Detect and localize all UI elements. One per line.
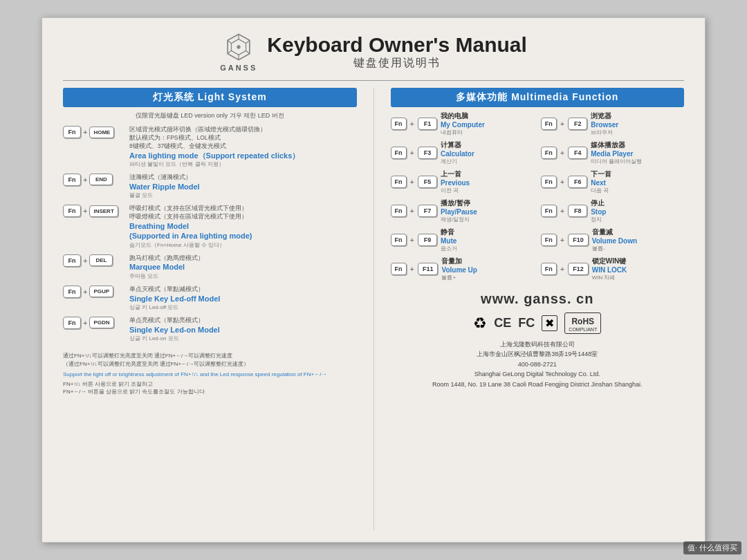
desc-ko: 싱글 키 Led-off 모드 xyxy=(129,304,357,311)
list-item: Fn + DEL 跑马灯模式（跑馬燈模式） Marquee Model 주마등 … xyxy=(63,254,357,280)
mm-en: Media Player xyxy=(591,150,684,158)
bottom-note-1: 通过FN+↑/↓可以调整灯光亮度至关闭 通过FN+←/→可以调整灯光速度 xyxy=(63,352,357,360)
key-f5: F5 xyxy=(418,176,437,188)
mm-en: Stop xyxy=(591,208,684,216)
key-f10: F10 xyxy=(568,234,589,246)
key-fn: Fn xyxy=(63,205,81,217)
desc-zh: 呼吸灯模式（支持在区域背光模式下使用）呼吸燈模式（支持在區域背光模式下使用） xyxy=(129,205,357,221)
plus-icon: + xyxy=(83,207,87,215)
key-insert: INSERT xyxy=(89,205,118,217)
vertical-divider xyxy=(374,88,374,531)
rohs-badge: RoHS COMPLIANT xyxy=(564,312,601,334)
mm-zh: 停止 xyxy=(591,198,684,208)
key-f9: F9 xyxy=(418,234,437,246)
key-fn: Fn xyxy=(63,174,81,186)
plus-icon: + xyxy=(560,265,564,273)
left-section: 灯光系统 Light System 仅限背光版键盘 LED version on… xyxy=(63,88,357,531)
mm-ko: 미디어 플레이어실행 xyxy=(591,158,684,165)
company-en2: Room 1448, No. 19 Lane 38 Caoli Road Fen… xyxy=(391,380,685,389)
bottom-notes: 通过FN+↑/↓可以调整灯光亮度至关闭 通过FN+←/→可以调整灯光速度 （通过… xyxy=(63,352,357,368)
key-del: DEL xyxy=(89,254,113,266)
mm-ko: 내컴퓨터 xyxy=(441,129,534,136)
key-f1: F1 xyxy=(418,118,437,130)
company-info: 上海戈隆数码科技有限公司 上海市金山区枫泾镇曹黎路38弄19号1448室 400… xyxy=(391,339,685,389)
mm-desc: 音量减 Volume Down 볼륨- xyxy=(592,227,684,252)
list-item: Fn + F1 我的电脑 My Computer 내컴퓨터 xyxy=(391,111,534,136)
item-desc: 呼吸灯模式（支持在区域背光模式下使用）呼吸燈模式（支持在區域背光模式下使用） B… xyxy=(129,205,357,248)
cert-row: ♻ CE FC ✖ RoHS COMPLIANT xyxy=(391,312,685,334)
logo-area: GANSS xyxy=(220,32,257,72)
list-item: Fn + F4 媒体播放器 Media Player 미디어 플레이어실행 xyxy=(541,140,684,165)
key-combo-fn-del: Fn + DEL xyxy=(63,254,125,267)
mm-desc: 停止 Stop 정지 xyxy=(591,198,684,223)
mm-desc: 我的电脑 My Computer 내컴퓨터 xyxy=(441,111,534,136)
desc-en: Area lighting mode（Support repeated clic… xyxy=(129,151,357,160)
key-pgup: PGUP xyxy=(89,286,113,297)
mm-ko: 재생/일정지 xyxy=(441,216,534,223)
plus-icon: + xyxy=(560,207,564,215)
bottom-note-2: （通过FN+↑/↓可以调整灯光亮度至关闭 通过FN+←/→可以调整整灯光速度） xyxy=(63,360,357,368)
list-item: Fn + PGUP 单点灭模式（單點滅模式） Single Key Led-of… xyxy=(63,286,357,311)
manual-page: GANSS Keyboard Owner's Manual 键盘使用说明书 灯光… xyxy=(42,17,706,543)
list-item: Fn + F8 停止 Stop 정지 xyxy=(541,198,684,223)
mm-zh: 浏览器 xyxy=(591,111,684,121)
list-item: Fn + F3 计算器 Calculator 계산기 xyxy=(391,140,534,165)
bottom-note-blue: Support the light off or brightness adju… xyxy=(63,371,357,378)
key-fn: Fn xyxy=(391,176,407,188)
mm-zh: 我的电脑 xyxy=(441,111,534,121)
key-f3: F3 xyxy=(418,147,437,159)
key-combo-fn-insert: Fn + INSERT xyxy=(63,205,125,217)
key-fn: Fn xyxy=(63,254,81,267)
mm-ko: 볼륨+ xyxy=(441,274,533,281)
key-f6: F6 xyxy=(568,176,587,188)
plus-icon: + xyxy=(560,178,564,186)
mm-ko: WIN 차폐 xyxy=(592,274,684,281)
light-system-header: 灯光系统 Light System xyxy=(63,88,357,107)
desc-en: Single Key Led-off Model xyxy=(129,294,357,304)
key-fn: Fn xyxy=(63,286,81,298)
title-zh: 键盘使用说明书 xyxy=(267,56,527,71)
desc-zh: 涟漪模式（漣漪模式） xyxy=(129,174,357,182)
list-item: Fn + F6 下一首 Next 다음 곡 xyxy=(541,169,684,194)
list-item: Fn + END 涟漪模式（漣漪模式） Water Ripple Model 물… xyxy=(63,174,357,199)
key-fn: Fn xyxy=(63,317,81,329)
plus-icon: + xyxy=(83,176,87,184)
key-fn: Fn xyxy=(391,118,407,130)
header-divider xyxy=(63,80,684,81)
key-home: HOME xyxy=(89,127,114,138)
desc-zh: 区域背光模式循环切换（區域燈光模式循環切換）默认模式为：FPS模式、LOL模式8… xyxy=(129,126,357,151)
mm-desc: 音量加 Volume Up 볼륨+ xyxy=(441,256,533,281)
desc-ko: 주마등 모드 xyxy=(129,272,357,280)
mm-desc: 下一首 Next 다음 곡 xyxy=(591,169,684,194)
key-f7: F7 xyxy=(418,205,437,217)
key-fn: Fn xyxy=(541,176,557,188)
key-combo-fn-pgup: Fn + PGUP xyxy=(63,286,125,298)
desc-en: Breathing Model(Supported in Area lighti… xyxy=(129,221,357,241)
item-desc: 跑马灯模式（跑馬燈模式） Marquee Model 주마등 모드 xyxy=(129,254,357,280)
mm-ko: 다음 곡 xyxy=(591,187,684,194)
key-f8: F8 xyxy=(568,205,587,217)
key-end: END xyxy=(89,174,113,185)
key-fn: Fn xyxy=(541,263,557,275)
mm-zh: 下一首 xyxy=(591,169,684,179)
right-section: 多媒体功能 Multimedia Function Fn + F1 我的电脑 M… xyxy=(391,88,685,531)
desc-zh: 单点灭模式（單點滅模式） xyxy=(129,286,357,294)
plus-icon: + xyxy=(83,128,87,136)
plus-icon: + xyxy=(83,288,87,296)
mm-en: Mute xyxy=(441,237,534,245)
plus-icon: + xyxy=(560,149,564,157)
mm-en: Browser xyxy=(591,121,684,129)
list-item: Fn + INSERT 呼吸灯模式（支持在区域背光模式下使用）呼吸燈模式（支持在… xyxy=(63,205,357,248)
plus-icon: + xyxy=(83,256,87,265)
mm-desc: 锁定WIN键 WIN LOCK WIN 차폐 xyxy=(592,256,684,281)
content-row: 灯光系统 Light System 仅限背光版键盘 LED version on… xyxy=(63,88,684,531)
desc-ko: 물결 모드 xyxy=(129,192,357,199)
list-item: Fn + F9 静音 Mute 음소거 xyxy=(391,227,534,252)
list-item: Fn + F12 锁定WIN键 WIN LOCK WIN 차폐 xyxy=(541,256,684,281)
rohs-compliant: COMPLIANT xyxy=(569,327,597,332)
key-f11: F11 xyxy=(418,263,439,275)
list-item: Fn + PGDN 单点亮模式（單點亮模式） Single Key Led-on… xyxy=(63,317,357,342)
key-combo-fn-pgdn: Fn + PGDN xyxy=(63,317,125,329)
mm-ko: 정지 xyxy=(591,216,684,223)
company-phone: 400-088-2721 xyxy=(391,360,685,369)
